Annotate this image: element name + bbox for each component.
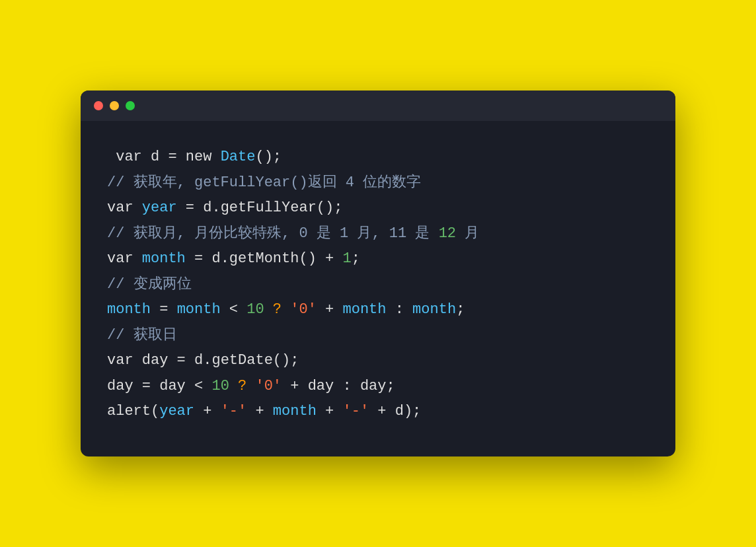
titlebar (81, 91, 675, 121)
code-line-9: var day = d.getDate(); (107, 348, 649, 374)
code-window: var d = new Date(); // 获取年, getFullYear(… (81, 91, 675, 456)
code-line-4: // 获取月, 月份比较特殊, 0 是 1 月, 11 是 12 月 (107, 221, 649, 247)
code-line-11: alert(year + '-' + month + '-' + d); (107, 399, 649, 425)
code-line-8: // 获取日 (107, 323, 649, 349)
maximize-button[interactable] (126, 101, 135, 110)
code-line-2: // 获取年, getFullYear()返回 4 位的数字 (107, 170, 649, 196)
code-line-7: month = month < 10 ? '0' + month : month… (107, 297, 649, 323)
code-editor: var d = new Date(); // 获取年, getFullYear(… (81, 121, 675, 456)
code-line-5: var month = d.getMonth() + 1; (107, 246, 649, 272)
code-line-10: day = day < 10 ? '0' + day : day; (107, 374, 649, 400)
code-line-6: // 变成两位 (107, 272, 649, 298)
close-button[interactable] (94, 101, 103, 110)
minimize-button[interactable] (110, 101, 119, 110)
code-line-3: var year = d.getFullYear(); (107, 196, 649, 221)
code-line-1: var d = new Date(); (107, 145, 649, 170)
